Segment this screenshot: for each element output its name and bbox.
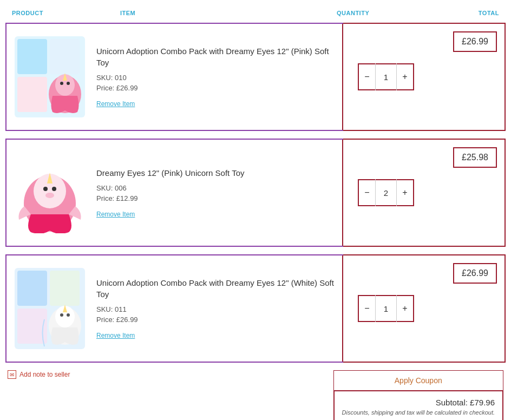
product-sku: SKU: 010 (96, 74, 337, 82)
total-cell: £25.98 (429, 140, 505, 246)
product-sku: SKU: 011 (96, 305, 337, 313)
product-price: Price: £26.99 (96, 316, 337, 324)
cart-row: Unicorn Adoption Combo Pack with Dreamy … (5, 23, 506, 131)
product-info: Unicorn Adoption Combo Pack with Dreamy … (96, 39, 337, 115)
total-cell: £26.99 (429, 24, 505, 130)
svg-point-25 (60, 313, 63, 317)
product-image (12, 34, 88, 120)
quantity-decrease-button[interactable]: − (359, 63, 375, 90)
header-total: TOTAL (423, 10, 499, 16)
product-cell: Unicorn Adoption Combo Pack with Dreamy … (5, 254, 343, 363)
cart-row: Dreamy Eyes 12" (Pink) Unicorn Soft Toy … (5, 139, 506, 247)
product-sku: SKU: 006 (96, 184, 337, 192)
product-cell: Unicorn Adoption Combo Pack with Dreamy … (5, 23, 343, 131)
quantity-cell: − 1 + (342, 24, 429, 130)
note-icon: ✉ (8, 370, 16, 379)
item-total: £25.98 (453, 147, 497, 168)
subtotal-label: Subtotal: £79.96 (342, 398, 495, 407)
svg-point-15 (45, 193, 54, 198)
product-cell: Dreamy Eyes 12" (Pink) Unicorn Soft Toy … (5, 139, 343, 247)
add-note-label: Add note to seller (19, 371, 70, 378)
quantity-wrapper: − 1 + (358, 63, 414, 90)
quantity-increase-button[interactable]: + (397, 295, 413, 322)
quantity-increase-button[interactable]: + (397, 63, 413, 90)
quantity-value: 1 (375, 295, 397, 322)
svg-rect-19 (17, 271, 47, 306)
product-info: Unicorn Adoption Combo Pack with Dreamy … (96, 271, 337, 346)
quantity-increase-button[interactable]: + (397, 179, 413, 206)
coupon-subtotal-area: Apply Coupon Subtotal: £79.96 Discounts,… (333, 370, 504, 420)
quantity-cell: − 1 + (342, 255, 429, 362)
svg-point-13 (43, 187, 48, 191)
total-cell: £26.99 (429, 255, 505, 362)
header-quantity: QUANTITY (337, 10, 423, 16)
product-image (12, 265, 88, 352)
item-total: £26.99 (453, 263, 497, 284)
remove-item-link[interactable]: Remove Item (96, 211, 135, 218)
svg-point-8 (67, 82, 70, 85)
remove-item-link[interactable]: Remove Item (96, 100, 135, 108)
svg-rect-3 (17, 77, 47, 112)
quantity-value: 1 (375, 63, 397, 90)
svg-rect-1 (17, 39, 47, 74)
cart-header: PRODUCT ITEM QUANTITY TOTAL (5, 5, 506, 21)
quantity-decrease-button[interactable]: − (359, 179, 375, 206)
remove-item-link[interactable]: Remove Item (96, 332, 135, 339)
product-name: Dreamy Eyes 12" (Pink) Unicorn Soft Toy (96, 167, 337, 179)
product-image (12, 149, 88, 236)
item-total: £26.99 (453, 31, 497, 52)
header-product: PRODUCT (12, 10, 120, 16)
header-item: ITEM (120, 10, 337, 16)
subtotal-box: Subtotal: £79.96 Discounts, shipping and… (333, 390, 504, 420)
product-price: Price: £26.99 (96, 84, 337, 92)
quantity-decrease-button[interactable]: − (359, 295, 375, 322)
subtotal-note: Discounts, shipping and tax will be calc… (342, 409, 495, 416)
quantity-wrapper: − 1 + (358, 295, 414, 322)
product-name: Unicorn Adoption Combo Pack with Dreamy … (96, 45, 337, 68)
svg-rect-20 (50, 271, 80, 306)
product-price: Price: £12.99 (96, 194, 337, 202)
svg-point-7 (60, 82, 63, 85)
quantity-wrapper: − 2 + (358, 179, 414, 206)
product-name: Unicorn Adoption Combo Pack with Dreamy … (96, 277, 337, 300)
svg-point-26 (67, 313, 70, 317)
product-info: Dreamy Eyes 12" (Pink) Unicorn Soft Toy … (96, 161, 337, 225)
svg-rect-2 (50, 39, 80, 74)
cart-row: Unicorn Adoption Combo Pack with Dreamy … (5, 254, 506, 363)
svg-point-14 (52, 187, 56, 191)
add-note-area[interactable]: ✉ Add note to seller (8, 370, 70, 379)
quantity-cell: − 2 + (342, 140, 429, 246)
cart-footer: ✉ Add note to seller Apply Coupon Subtot… (5, 370, 506, 420)
apply-coupon-button[interactable]: Apply Coupon (333, 370, 504, 390)
quantity-value: 2 (375, 179, 397, 206)
